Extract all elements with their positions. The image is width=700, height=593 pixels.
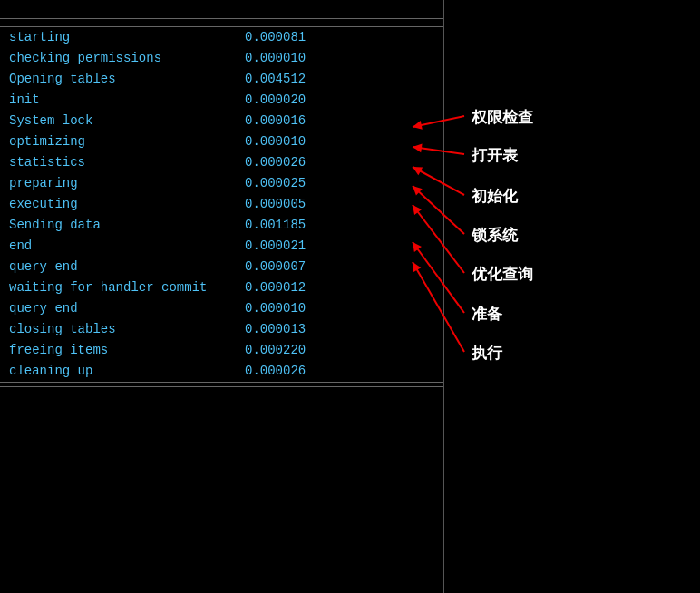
table-row: cleaning up0.000026 [0, 361, 443, 382]
cell-duration: 0.000016 [245, 112, 354, 131]
cell-duration: 0.000025 [245, 174, 354, 193]
cell-duration: 0.000220 [245, 341, 354, 360]
cell-duration: 0.001185 [245, 216, 354, 235]
table-row: System lock0.000016 [0, 111, 443, 131]
table-header [0, 19, 443, 27]
cell-status: starting [9, 28, 245, 47]
table-row: optimizing0.000010 [0, 131, 443, 152]
table-row: executing0.000005 [0, 194, 443, 215]
cell-status: closing tables [9, 320, 245, 339]
cell-status: preparing [9, 174, 245, 193]
prompt-line [0, 7, 443, 15]
footer-line [0, 386, 443, 398]
table-row: statistics0.000026 [0, 152, 443, 173]
cell-status: waiting for handler commit [9, 278, 245, 297]
cell-status: statistics [9, 153, 245, 172]
annotation-6: 执行 [472, 343, 502, 364]
cell-duration: 0.000026 [245, 362, 354, 381]
table-row: end0.000021 [0, 236, 443, 257]
terminal-panel: starting0.000081checking permissions0.00… [0, 0, 444, 593]
annotation-1: 打开表 [472, 145, 518, 166]
annotation-4: 优化查询 [472, 264, 533, 285]
annotation-0: 权限检查 [472, 107, 533, 128]
cell-status: executing [9, 195, 245, 214]
table-row: preparing0.000025 [0, 173, 443, 194]
cell-status: cleaning up [9, 362, 245, 381]
cell-status: freeing items [9, 341, 245, 360]
table-row: init0.000020 [0, 90, 443, 111]
cell-duration: 0.000007 [245, 258, 354, 277]
table-row: query end0.000010 [0, 298, 443, 319]
cell-duration: 0.000020 [245, 91, 354, 110]
cell-status: Opening tables [9, 70, 245, 89]
cell-duration: 0.004512 [245, 70, 354, 89]
cell-duration: 0.000010 [245, 299, 354, 318]
cell-status: System lock [9, 112, 245, 131]
cell-duration: 0.000081 [245, 28, 354, 47]
main-container: starting0.000081checking permissions0.00… [0, 0, 700, 593]
table-row: closing tables0.000013 [0, 319, 443, 340]
cell-duration: 0.000012 [245, 278, 354, 297]
cell-duration: 0.000010 [245, 49, 354, 68]
cell-duration: 0.000013 [245, 320, 354, 339]
cell-status: query end [9, 299, 245, 318]
table-row: query end0.000007 [0, 257, 443, 277]
cell-status: Sending data [9, 216, 245, 235]
cell-status: optimizing [9, 132, 245, 151]
cell-status: init [9, 91, 245, 110]
cell-duration: 0.000010 [245, 132, 354, 151]
annotation-5: 准备 [472, 304, 502, 325]
table-body: starting0.000081checking permissions0.00… [0, 27, 443, 382]
cell-duration: 0.000026 [245, 153, 354, 172]
table-row: checking permissions0.000010 [0, 48, 443, 69]
table-row: Opening tables0.004512 [0, 69, 443, 90]
cell-status: checking permissions [9, 49, 245, 68]
cell-duration: 0.000005 [245, 195, 354, 214]
cell-status: query end [9, 258, 245, 277]
annotation-2: 初始化 [472, 186, 518, 207]
annotation-3: 锁系统 [472, 225, 518, 246]
table-row: starting0.000081 [0, 27, 443, 48]
table-row: waiting for handler commit0.000012 [0, 277, 443, 298]
table-row: Sending data0.001185 [0, 215, 443, 236]
result-table: starting0.000081checking permissions0.00… [0, 18, 443, 383]
cell-status: end [9, 237, 245, 256]
annotations-panel: 权限检查打开表初始化锁系统优化查询准备执行 [444, 0, 700, 593]
table-row: freeing items0.000220 [0, 340, 443, 361]
cell-duration: 0.000021 [245, 237, 354, 256]
